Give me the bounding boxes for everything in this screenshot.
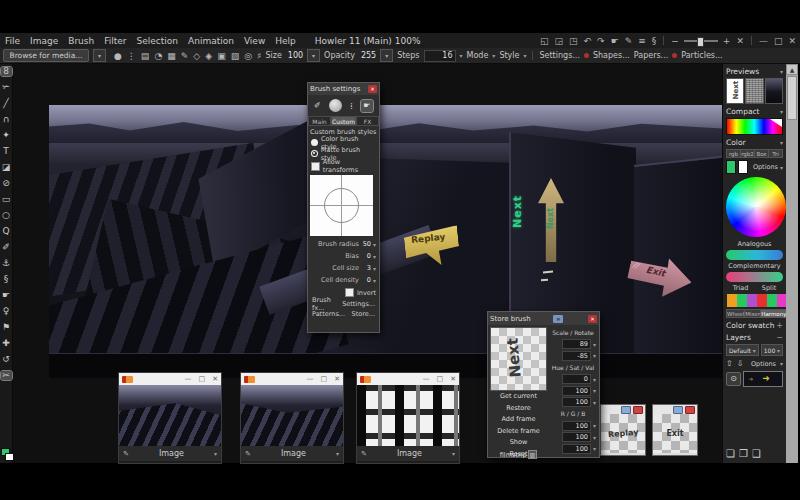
clipboard-icon[interactable]: ▤ (141, 51, 150, 61)
dropdown-arrow-icon[interactable]: ▾ (373, 241, 376, 248)
camera-icon[interactable]: ◎ (244, 51, 252, 61)
dropdown-arrow-icon[interactable]: ▾ (214, 450, 217, 457)
close-tool-button[interactable]: ✕ (735, 36, 745, 46)
layer-options-dropdown[interactable]: Options (751, 360, 776, 368)
settings-button[interactable]: Settings... (342, 300, 375, 308)
list-icon[interactable]: ≡ (637, 36, 647, 46)
previews-section-header[interactable]: Previews ▾ (726, 66, 783, 76)
menu-file[interactable]: File (0, 36, 25, 46)
flag-tool-icon[interactable]: ⚑ (1, 323, 12, 332)
opacity-preset-dropdown[interactable]: ▾ (380, 49, 393, 62)
minimize-icon[interactable]: — (307, 375, 314, 383)
close-icon[interactable]: ✕ (450, 375, 456, 383)
layer-thumbnail[interactable]: ➜ ➜ (743, 371, 783, 387)
triad-swatches[interactable] (727, 294, 757, 307)
collapse-arrow-icon[interactable]: ▾ (780, 68, 783, 75)
secondary-color-swatch[interactable] (738, 160, 748, 174)
get-current-button[interactable]: Get current (490, 391, 547, 403)
pin-button[interactable] (621, 406, 631, 414)
zoom-slider-knob[interactable] (697, 37, 704, 47)
stored-brush-preview[interactable]: Next (490, 327, 547, 391)
allow-transforms-option[interactable]: Allow transforms (308, 159, 379, 173)
replay-brush-preview[interactable]: Replay (601, 414, 645, 453)
rotate-view-right-icon[interactable]: ◲ (554, 36, 565, 46)
image-thumbnail[interactable] (119, 385, 221, 446)
pencil-icon[interactable]: ✎ (181, 51, 189, 61)
layer-visibility-eye-icon[interactable]: ⊙ (726, 372, 741, 386)
dropdown-arrow-icon[interactable]: ▾ (780, 164, 783, 171)
steps-dropdown[interactable]: ▾ (460, 52, 463, 59)
dropdown-arrow-icon[interactable]: ▾ (373, 253, 376, 260)
dropdown-arrow-icon[interactable]: ▾ (373, 277, 376, 284)
rotate-spinner[interactable]: -85▾ (549, 350, 597, 362)
pin-button[interactable] (673, 406, 683, 414)
menu-image[interactable]: Image (25, 36, 63, 46)
brush-preview-dot[interactable] (329, 99, 342, 112)
color-options-dropdown[interactable]: Options (753, 163, 778, 171)
grid-icon[interactable]: ♯ (257, 51, 261, 61)
pen-mode-icon[interactable]: ✎ (624, 36, 634, 46)
menu-selection[interactable]: Selection (132, 36, 183, 46)
size-value[interactable]: 100 (288, 51, 303, 60)
shape-fill-icon[interactable]: ◈ (205, 51, 212, 61)
sat-spinner[interactable]: 100▾ (549, 385, 597, 397)
mode-dropdown[interactable]: Mode (467, 51, 489, 60)
dropdown-arrow-icon[interactable]: ▾ (336, 450, 339, 457)
hue-spinner[interactable]: 0▾ (549, 373, 597, 385)
patterns-button[interactable]: Patterns... (312, 310, 345, 318)
pressure-icon[interactable]: ⋮ (127, 51, 136, 61)
line-tool-icon[interactable]: ╱ (1, 99, 12, 108)
image-dropdown[interactable]: Image (251, 449, 336, 458)
pattern-icon[interactable]: ▨ (231, 51, 240, 61)
tab-main[interactable]: Main (308, 116, 331, 126)
ellipse-select-tool-icon[interactable]: ○ (1, 211, 12, 220)
scissors-tool-icon[interactable]: ✂ (1, 371, 12, 380)
close-icon[interactable] (633, 406, 643, 414)
scroll-up-arrow-icon[interactable]: ▲ (786, 64, 798, 75)
steps-value[interactable]: 16 (424, 50, 456, 62)
opacity-value[interactable]: 255 (361, 51, 376, 60)
spray-tool-icon[interactable]: ☛ (1, 291, 12, 300)
browse-media-button[interactable]: Browse for media... (3, 49, 89, 62)
checkbox-icon[interactable] (311, 162, 320, 171)
color-wheel[interactable] (726, 177, 786, 237)
dropdown-arrow-icon[interactable]: ▾ (373, 265, 376, 272)
layer-opacity-dropdown[interactable]: 100▾ (761, 344, 783, 356)
brush-preview-thumb[interactable]: Next (726, 78, 744, 104)
shapes-button[interactable]: Shapes... (593, 51, 630, 60)
green-spinner[interactable]: 100▾ (549, 431, 597, 443)
zoom-out-button[interactable]: − (670, 36, 680, 46)
media-icon[interactable]: ▦ (167, 51, 176, 61)
mini-window-titlebar[interactable] (601, 405, 645, 414)
add-tool-icon[interactable]: ✚ (1, 339, 12, 348)
field-value[interactable]: 50 (361, 240, 371, 248)
menu-animation[interactable]: Animation (183, 36, 239, 46)
timer-icon[interactable]: ◔ (154, 51, 162, 61)
zoom-slider[interactable] (684, 40, 718, 42)
store-brush-titlebar[interactable]: Store brush ≡ ✕ (488, 312, 599, 325)
image-thumbnail[interactable] (241, 385, 343, 446)
window-maximize-button[interactable]: □ (773, 36, 784, 46)
size-preset-dropdown[interactable]: ▾ (307, 49, 320, 62)
scrollbar-thumb[interactable] (787, 76, 797, 120)
primary-color-swatch[interactable] (726, 160, 736, 174)
settings-button[interactable]: Settings... (539, 51, 579, 60)
paper-preview-thumb[interactable] (745, 78, 763, 104)
compact-section-header[interactable]: Compact ▾ (726, 106, 783, 116)
hand-tool-icon[interactable]: ☛ (361, 100, 373, 112)
window-close-button[interactable]: ✕ (787, 36, 797, 46)
image-dropdown[interactable]: Image (129, 449, 214, 458)
image-dropdown[interactable]: Image (367, 449, 452, 458)
image-preview-thumb[interactable] (765, 78, 783, 104)
analogous-gradient[interactable] (726, 250, 783, 260)
field-value[interactable]: 0 (361, 276, 371, 284)
delete-layer-icon[interactable]: ❑ (752, 448, 761, 461)
move-layer-up-button[interactable]: ⇧ (726, 359, 733, 368)
brush-tip-icon[interactable]: ● (114, 51, 122, 61)
red-spinner[interactable]: 100▾ (549, 420, 597, 432)
restore-button[interactable]: Restore (490, 403, 547, 415)
tab-rgb2[interactable]: rgb2 (741, 149, 755, 158)
window-minimize-button[interactable]: — (758, 36, 769, 46)
add-swatch-button[interactable]: + (776, 321, 783, 330)
field-value[interactable]: 0 (361, 252, 371, 260)
